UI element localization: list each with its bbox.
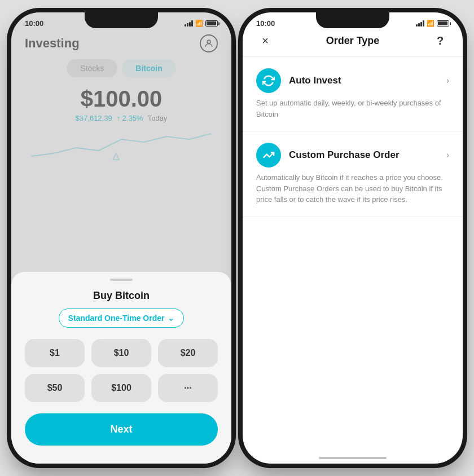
auto-invest-label: Auto Invest (289, 75, 446, 86)
order-type-header: × Order Type ? (243, 30, 463, 57)
left-phone: 10:00 📶 Investing Stocks Bitcoin (11, 12, 231, 464)
auto-invest-row: Auto Invest › (256, 68, 449, 93)
auto-invest-description: Set up automatic daily, weekly, or bi-we… (256, 98, 449, 120)
order-type-label: Standard One-Time Order (68, 314, 165, 323)
custom-purchase-chevron-icon: › (446, 150, 449, 160)
battery-icon (205, 20, 218, 27)
home-indicator-right (319, 457, 387, 459)
notch-right (316, 12, 389, 28)
time-left: 10:00 (25, 19, 43, 28)
amount-btn-5[interactable]: ··· (158, 374, 218, 402)
amount-grid: $1 $10 $20 $50 $100 ··· (25, 339, 218, 402)
wifi-icon: 📶 (195, 20, 203, 27)
amount-btn-1[interactable]: $10 (91, 339, 151, 367)
battery-icon-right (437, 20, 449, 27)
signal-icon (185, 20, 193, 27)
status-icons-left: 📶 (185, 20, 218, 27)
time-right: 10:00 (256, 19, 275, 28)
notch (85, 12, 158, 28)
auto-invest-chevron-icon: › (446, 76, 449, 86)
help-button[interactable]: ? (431, 34, 449, 47)
custom-purchase-icon (256, 143, 281, 168)
amount-btn-2[interactable]: $20 (158, 339, 218, 367)
right-phone: 10:00 📶 × Order Type ? (243, 12, 463, 464)
auto-invest-option[interactable]: Auto Invest › Set up automatic daily, we… (243, 57, 463, 131)
amount-btn-0[interactable]: $1 (25, 339, 85, 367)
close-button[interactable]: × (256, 34, 274, 47)
amount-btn-4[interactable]: $100 (91, 374, 151, 402)
wifi-icon-right: 📶 (427, 20, 434, 27)
sheet-handle (110, 279, 133, 281)
next-button[interactable]: Next (25, 413, 218, 446)
amount-btn-3[interactable]: $50 (25, 374, 85, 402)
order-type-title: Order Type (326, 35, 380, 47)
order-type-button[interactable]: Standard One-Time Order ⌄ (59, 308, 185, 328)
status-icons-right: 📶 (416, 20, 449, 27)
custom-purchase-row: Custom Purchase Order › (256, 143, 449, 168)
auto-invest-icon (256, 68, 281, 93)
custom-purchase-option[interactable]: Custom Purchase Order › Automatically bu… (243, 131, 463, 217)
custom-purchase-description: Automatically buy Bitcoin if it reaches … (256, 172, 449, 205)
custom-purchase-label: Custom Purchase Order (289, 149, 446, 161)
dropdown-chevron-icon: ⌄ (168, 314, 174, 323)
bottom-sheet: Buy Bitcoin Standard One-Time Order ⌄ $1… (11, 272, 231, 464)
signal-icon-right (416, 20, 424, 27)
sheet-title: Buy Bitcoin (25, 290, 218, 302)
